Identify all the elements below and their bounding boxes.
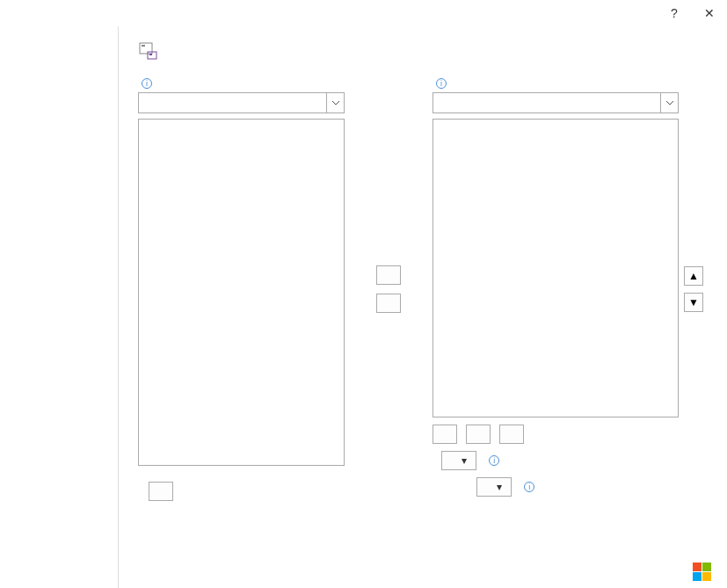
customize-shortcuts-button[interactable]	[149, 482, 173, 501]
reset-button[interactable]: ▾	[441, 451, 476, 470]
rename-button[interactable]	[499, 425, 524, 444]
chevron-down-icon[interactable]	[660, 93, 678, 113]
info-icon[interactable]: i	[524, 482, 534, 492]
svg-rect-3	[149, 54, 152, 55]
add-button[interactable]	[376, 265, 401, 285]
choose-commands-label: i	[138, 76, 345, 89]
move-down-button[interactable]: ▼	[684, 293, 703, 312]
remove-button[interactable]	[376, 294, 401, 313]
new-tab-button[interactable]	[433, 425, 457, 444]
import-export-button[interactable]: ▾	[476, 477, 512, 497]
help-button[interactable]: ?	[657, 0, 692, 26]
info-icon[interactable]: i	[436, 78, 447, 89]
ribbon-tree[interactable]	[433, 119, 679, 417]
sidebar	[0, 26, 119, 588]
windows-logo-icon	[693, 563, 711, 581]
customize-ribbon-label: i	[433, 76, 679, 89]
close-button[interactable]: ✕	[692, 0, 727, 26]
commands-from-combo[interactable]	[138, 92, 345, 113]
new-group-button[interactable]	[466, 425, 491, 444]
info-icon[interactable]: i	[142, 78, 152, 89]
info-icon[interactable]: i	[489, 455, 499, 466]
commands-list[interactable]	[138, 119, 345, 466]
customize-ribbon-icon	[138, 40, 159, 61]
ribbon-tabs-combo[interactable]	[433, 92, 679, 113]
move-up-button[interactable]: ▲	[684, 266, 703, 286]
watermark	[693, 563, 716, 581]
chevron-down-icon[interactable]	[326, 93, 344, 113]
svg-rect-1	[142, 45, 145, 47]
